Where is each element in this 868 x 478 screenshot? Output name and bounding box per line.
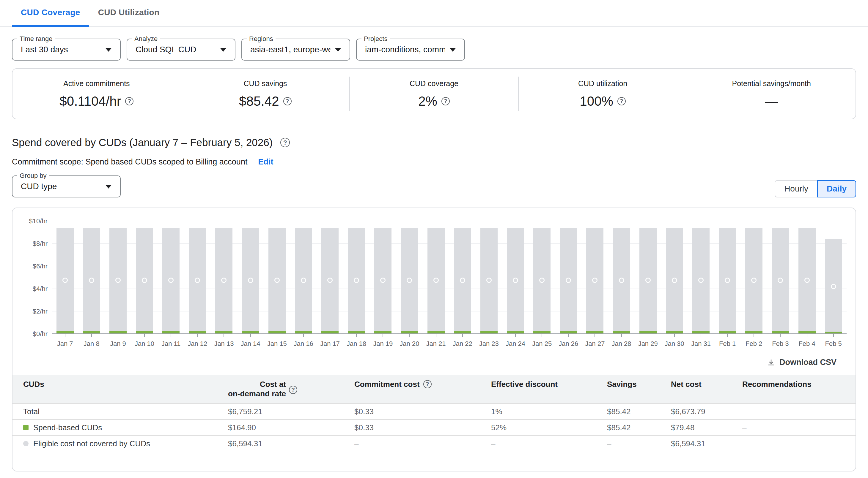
marker-ring-icon <box>645 278 651 283</box>
stacked-bar <box>825 239 842 334</box>
bar-jan-11[interactable] <box>158 221 184 334</box>
stacked-bar <box>745 228 763 334</box>
x-tick-label: Jan 25 <box>532 340 552 348</box>
bar-jan-10[interactable] <box>131 221 158 334</box>
help-icon[interactable]: ? <box>617 97 626 105</box>
cell-recommendations: – <box>742 423 856 432</box>
bar-jan-12[interactable] <box>184 221 211 334</box>
bar-feb-2[interactable] <box>741 221 767 334</box>
marker-ring-icon <box>513 278 518 283</box>
x-tick-mark <box>330 334 330 337</box>
bar-jan-7[interactable] <box>52 221 78 334</box>
x-tick-label: Jan 14 <box>241 340 260 348</box>
metric-label: Potential savings/month <box>732 79 811 88</box>
stacked-bar <box>640 228 657 334</box>
bar-jan-16[interactable] <box>290 221 317 334</box>
help-icon[interactable]: ? <box>423 380 432 388</box>
bar-jan-29[interactable] <box>634 221 661 334</box>
projects-value: iam-conditions, commit… <box>365 45 445 54</box>
analyze-label: Analyze <box>132 35 160 43</box>
bar-jan-8[interactable] <box>78 221 105 334</box>
help-icon[interactable]: ? <box>289 386 297 394</box>
projects-select[interactable]: Projects iam-conditions, commit… <box>356 39 465 61</box>
time-range-select[interactable]: Time range Last 30 days <box>12 39 121 61</box>
bar-jan-9[interactable] <box>105 221 131 334</box>
analyze-select[interactable]: Analyze Cloud SQL CUD <box>127 39 236 61</box>
column-header-cuds: CUDs <box>12 379 228 389</box>
bar-jan-23[interactable] <box>476 221 502 334</box>
stacked-bar <box>480 228 498 334</box>
help-icon[interactable]: ? <box>441 97 450 105</box>
stacked-bar <box>136 228 153 334</box>
bar-jan-26[interactable] <box>555 221 582 334</box>
x-tick-mark <box>780 334 781 337</box>
stacked-bar <box>189 228 206 334</box>
x-axis-slot: Jan 21 <box>423 334 449 348</box>
projects-label: Projects <box>362 35 390 43</box>
bar-jan-30[interactable] <box>661 221 688 334</box>
help-icon[interactable]: ? <box>125 97 133 105</box>
page-title: Spend covered by CUDs (January 7 – Febru… <box>12 137 273 148</box>
bar-feb-4[interactable] <box>794 221 820 334</box>
stacked-bar <box>215 228 232 334</box>
bar-feb-3[interactable] <box>767 221 794 334</box>
tab-bar: CUD Coverage CUD Utilization <box>0 0 868 27</box>
bar-jan-31[interactable] <box>688 221 714 334</box>
bar-jan-28[interactable] <box>608 221 634 334</box>
bar-jan-22[interactable] <box>449 221 476 334</box>
marker-ring-icon <box>751 278 756 283</box>
row-label-text: Spend-based CUDs <box>33 423 102 432</box>
metric-active-commitments: Active commitments $0.1104/hr? <box>12 77 181 111</box>
metric-cud-savings: CUD savings $85.42? <box>181 77 349 111</box>
daily-button[interactable]: Daily <box>817 180 856 198</box>
chevron-down-icon <box>105 185 112 189</box>
bar-jan-15[interactable] <box>264 221 290 334</box>
x-tick-label: Jan 30 <box>665 340 684 348</box>
row-label-text: Eligible cost not covered by CUDs <box>33 439 150 448</box>
bar-feb-5[interactable] <box>820 221 846 334</box>
x-tick-mark <box>250 334 251 337</box>
tab-cud-utilization[interactable]: CUD Utilization <box>89 0 168 27</box>
x-axis-slot: Jan 23 <box>476 334 502 348</box>
stacked-bar <box>428 228 445 334</box>
x-tick-label: Jan 13 <box>214 340 234 348</box>
cell-discount: 52% <box>491 423 607 432</box>
x-tick-label: Jan 31 <box>691 340 711 348</box>
bar-jan-20[interactable] <box>396 221 423 334</box>
table-row-spend-based-cuds: Spend-based CUDs $164.90 $0.33 52% $85.4… <box>12 419 856 435</box>
help-icon[interactable]: ? <box>280 138 290 147</box>
bar-jan-13[interactable] <box>211 221 237 334</box>
group-by-select[interactable]: Group by CUD type <box>12 175 121 198</box>
bar-jan-21[interactable] <box>423 221 449 334</box>
bar-jan-14[interactable] <box>237 221 264 334</box>
table-row-total: Total $6,759.21 $0.33 1% $85.42 $6,673.7… <box>12 403 856 419</box>
x-tick-mark <box>277 334 277 337</box>
y-tick-label: $8/hr <box>33 240 48 248</box>
x-tick-label: Jan 26 <box>559 340 578 348</box>
bar-jan-18[interactable] <box>343 221 370 334</box>
x-tick-mark <box>753 334 754 337</box>
column-header-cost: Cost at on-demand rate ? <box>228 379 354 399</box>
x-axis-slot: Jan 8 <box>78 334 105 348</box>
x-axis-slot: Jan 28 <box>608 334 634 348</box>
bar-jan-24[interactable] <box>502 221 529 334</box>
x-axis-slot: Jan 17 <box>317 334 343 348</box>
hourly-button[interactable]: Hourly <box>775 180 817 198</box>
x-tick-mark <box>621 334 622 337</box>
bar-feb-1[interactable] <box>714 221 741 334</box>
cell-net-cost: $6,673.79 <box>671 407 742 416</box>
tab-cud-coverage[interactable]: CUD Coverage <box>12 0 89 27</box>
cell-cost: $6,594.31 <box>228 439 354 448</box>
regions-select[interactable]: Regions asia-east1, europe-west… <box>241 39 350 61</box>
bar-jan-19[interactable] <box>370 221 396 334</box>
bar-jan-25[interactable] <box>529 221 555 334</box>
bar-jan-27[interactable] <box>582 221 608 334</box>
download-csv-button[interactable]: Download CSV <box>767 358 836 367</box>
edit-scope-link[interactable]: Edit <box>258 157 273 167</box>
x-tick-label: Feb 5 <box>825 340 842 348</box>
marker-ring-icon <box>380 278 385 283</box>
help-icon[interactable]: ? <box>283 97 291 105</box>
x-tick-mark <box>807 334 807 337</box>
bar-jan-17[interactable] <box>317 221 343 334</box>
spend-covered-chart: $0/hr$2/hr$4/hr$6/hr$8/hr$10/hr <box>12 221 856 334</box>
